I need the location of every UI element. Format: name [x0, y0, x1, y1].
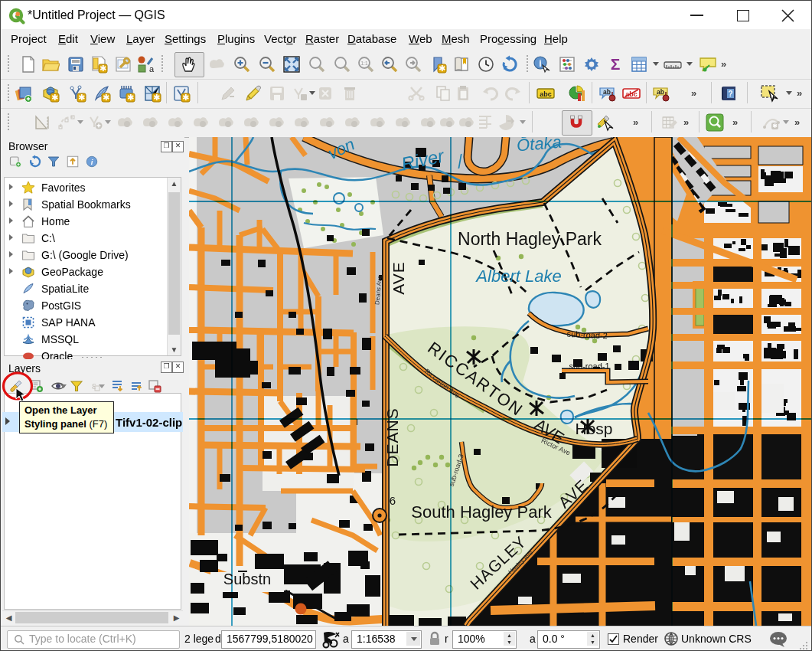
svg-text:AVE: AVE [390, 261, 407, 294]
svg-text:DEANS: DEANS [383, 407, 401, 466]
svg-text:6: 6 [390, 494, 396, 507]
svg-text:sub-road-1: sub-road-1 [569, 361, 609, 371]
svg-text:Hosp: Hosp [575, 420, 612, 437]
svg-text:✱: ✱ [153, 93, 160, 102]
svg-text:abc: abc [540, 90, 552, 98]
svg-text:ab: ab [657, 88, 664, 96]
svg-text:a: a [149, 64, 155, 74]
svg-text:i: i [91, 158, 93, 166]
svg-text:✱: ✱ [439, 64, 445, 73]
svg-text:✱: ✱ [182, 93, 189, 102]
svg-text:i: i [539, 58, 541, 69]
svg-text:1:1: 1:1 [360, 61, 367, 66]
svg-text:Substn: Substn [223, 571, 271, 587]
svg-text:ab: ab [603, 88, 611, 96]
svg-text:?: ? [728, 90, 732, 98]
svg-text:✱: ✱ [103, 93, 109, 102]
svg-text:Albert Lake: Albert Lake [474, 267, 561, 286]
svg-text:North Hagley Park: North Hagley Park [458, 229, 602, 249]
svg-text:✱: ✱ [99, 64, 106, 73]
svg-text:South Hagley Park: South Hagley Park [411, 502, 552, 522]
svg-text:✱: ✱ [127, 93, 134, 102]
svg-text:✱: ✱ [78, 93, 85, 102]
svg-text:Σ: Σ [611, 55, 621, 73]
svg-text:✱: ✱ [51, 93, 58, 102]
svg-text:✱: ✱ [772, 123, 778, 129]
